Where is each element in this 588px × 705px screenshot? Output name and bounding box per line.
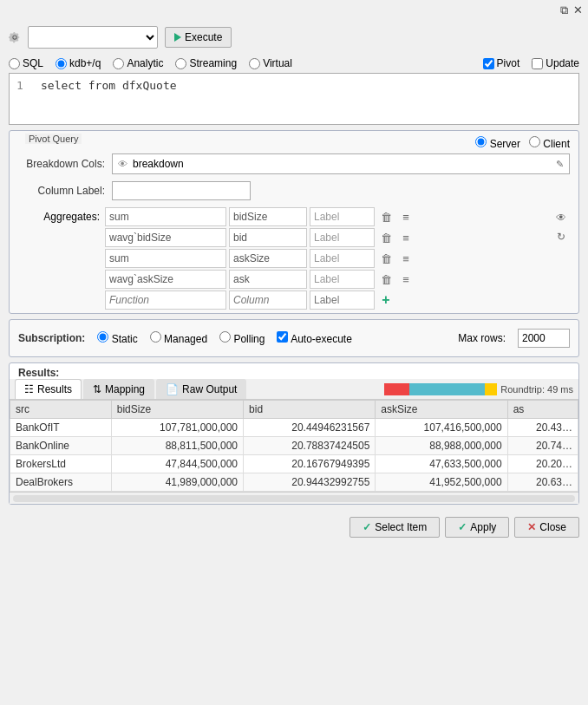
table-icon: ☷ [24, 383, 34, 395]
agg-label-1[interactable] [310, 207, 375, 226]
title-bar: ⧉ ✕ [0, 0, 588, 21]
horizontal-scrollbar[interactable] [10, 492, 578, 504]
agg-func-3[interactable] [105, 249, 226, 268]
arrows-icon: ⇅ [93, 383, 101, 395]
select-item-label: Select Item [375, 521, 427, 533]
agg-refresh-btn[interactable]: ↻ [552, 228, 570, 245]
streaming-option[interactable]: Streaming [175, 57, 237, 69]
agg-col-new[interactable] [229, 290, 307, 310]
agg-col-3[interactable] [229, 249, 307, 268]
agg-delete-2[interactable]: 🗑 [377, 229, 395, 246]
tab-results[interactable]: ☷ Results [15, 379, 82, 399]
agg-row-2: 🗑 ≡ [105, 228, 547, 247]
color-bar [384, 383, 497, 395]
cell-bid: 20.78837424505 [244, 437, 376, 455]
agg-label-3[interactable] [310, 249, 375, 268]
virtual-option[interactable]: Virtual [249, 57, 292, 69]
close-icon[interactable]: ✕ [573, 3, 583, 17]
column-label-input[interactable] [112, 181, 251, 200]
external-link-icon[interactable]: ⧉ [560, 3, 568, 17]
connection-dropdown[interactable]: html5evalcongroup [28, 26, 158, 49]
agg-col-2[interactable] [229, 228, 307, 247]
agg-label-4[interactable] [310, 270, 375, 289]
agg-func-1[interactable] [105, 207, 226, 226]
analytic-option[interactable]: Analytic [113, 57, 163, 69]
update-checkbox[interactable]: Update [532, 57, 579, 69]
max-rows-input[interactable] [518, 329, 570, 348]
close-button[interactable]: ✕ Close [514, 517, 579, 538]
agg-func-2[interactable] [105, 228, 226, 247]
agg-menu-1[interactable]: ≡ [397, 208, 415, 225]
agg-row-3: 🗑 ≡ [105, 249, 547, 268]
server-option[interactable]: Server [475, 136, 520, 150]
cell-src: BrokersLtd [10, 455, 112, 473]
table-row: DealBrokers 41,989,000,000 20.9443299275… [10, 473, 578, 492]
auto-execute-checkbox[interactable]: Auto-execute [277, 331, 351, 345]
cell-bidsize: 41,989,000,000 [111, 473, 243, 492]
cell-asksize: 88,988,000,000 [376, 437, 507, 455]
code-content[interactable]: select from dfxQuote [41, 79, 177, 119]
results-section: Results: ☷ Results ⇅ Mapping 📄 Raw Outpu… [9, 362, 579, 505]
agg-label-2[interactable] [310, 228, 375, 247]
pivot-checkbox[interactable]: Pivot [483, 57, 520, 69]
cell-bidsize: 88,811,500,000 [111, 437, 243, 455]
agg-menu-4[interactable]: ≡ [397, 271, 415, 288]
results-label: Results: [10, 363, 578, 379]
scroll-bar-track [13, 495, 575, 502]
breakdown-field[interactable]: 👁 breakdown ✎ [112, 153, 570, 174]
tab-raw-output[interactable]: 📄 Raw Output [156, 379, 246, 399]
play-icon [174, 33, 181, 42]
pivot-title: Pivot Query [25, 134, 82, 144]
query-type-row: SQL kdb+/q Analytic Streaming Virtual Pi… [0, 54, 588, 73]
agg-menu-3[interactable]: ≡ [397, 250, 415, 267]
managed-option[interactable]: Managed [150, 331, 207, 345]
cell-ask: 20.74… [507, 437, 578, 455]
agg-col-1[interactable] [229, 207, 307, 226]
agg-menu-2[interactable]: ≡ [397, 229, 415, 246]
kdbq-option[interactable]: kdb+/q [56, 57, 101, 69]
polling-option[interactable]: Polling [219, 331, 265, 345]
agg-func-new[interactable] [105, 290, 226, 310]
table-header-row: src bidSize bid askSize as [10, 401, 578, 419]
agg-delete-3[interactable]: 🗑 [377, 250, 395, 267]
cell-bid: 20.44946231567 [244, 419, 376, 437]
static-option[interactable]: Static [97, 331, 137, 345]
cell-bidsize: 47,844,500,000 [111, 455, 243, 473]
client-option[interactable]: Client [529, 136, 570, 150]
code-editor[interactable]: 1 select from dfxQuote [9, 73, 579, 125]
cell-bid: 20.94432992755 [244, 473, 376, 492]
select-item-button[interactable]: ✓ Select Item [350, 517, 440, 538]
agg-col-4[interactable] [229, 270, 307, 289]
execute-button[interactable]: Execute [165, 27, 232, 48]
agg-row-new: + [105, 290, 547, 310]
agg-delete-1[interactable]: 🗑 [377, 208, 395, 225]
close-label: Close [539, 521, 566, 533]
breakdown-cols-row: Breakdown Cols: 👁 breakdown ✎ [10, 150, 578, 178]
sql-option[interactable]: SQL [9, 57, 43, 69]
color-red [384, 383, 409, 395]
col-bid: bid [244, 401, 376, 419]
cell-bid: 20.16767949395 [244, 455, 376, 473]
apply-label: Apply [470, 521, 496, 533]
apply-button[interactable]: ✓ Apply [445, 517, 509, 538]
gear-icon[interactable] [9, 31, 21, 43]
agg-add-btn[interactable]: + [377, 291, 395, 309]
pencil-icon[interactable]: ✎ [556, 159, 564, 170]
breakdown-cols-label: Breakdown Cols: [18, 158, 105, 170]
tab-mapping[interactable]: ⇅ Mapping [83, 379, 154, 399]
agg-row-1: 🗑 ≡ [105, 207, 547, 226]
cross-icon: ✕ [527, 521, 536, 533]
roundtrip-info: Roundtrip: 49 ms [384, 383, 573, 395]
aggregates-rows: 🗑 ≡ 🗑 ≡ 🗑 ≡ [105, 207, 547, 310]
agg-label-new[interactable] [310, 290, 375, 310]
cell-src: BankOfIT [10, 419, 112, 437]
aggregates-section: Aggregates: 🗑 ≡ 🗑 ≡ [10, 204, 578, 313]
subscription-label: Subscription: [18, 332, 85, 344]
agg-delete-4[interactable]: 🗑 [377, 271, 395, 288]
table-row: BankOnline 88,811,500,000 20.78837424505… [10, 437, 578, 455]
check-icon-select: ✓ [363, 521, 371, 533]
execute-label: Execute [185, 31, 222, 43]
col-src: src [10, 401, 112, 419]
agg-func-4[interactable] [105, 270, 226, 289]
agg-eye-btn[interactable]: 👁 [552, 209, 570, 226]
